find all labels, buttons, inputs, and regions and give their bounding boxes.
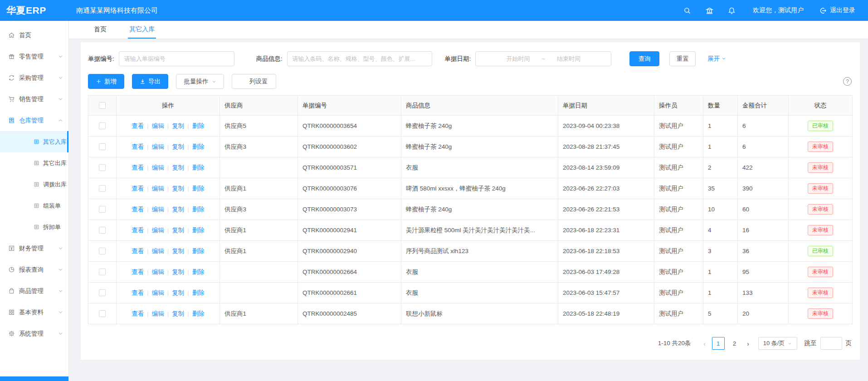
action-link-0[interactable]: 查看 [132,143,144,150]
action-link-3[interactable]: 删除 [192,227,205,234]
bell-icon[interactable] [728,7,736,15]
action-link-3[interactable]: 删除 [192,310,205,317]
sidebar-item-assembly[interactable]: 组装单 [0,195,68,216]
logout-icon [819,7,827,15]
action-link-2[interactable]: 复制 [172,248,184,254]
jump-page-input[interactable] [820,337,842,350]
action-link-0[interactable]: 查看 [132,289,144,296]
column-settings-button[interactable]: 列设置 [232,74,276,89]
action-link-1[interactable]: 编辑 [152,143,164,150]
action-link-2[interactable]: 复制 [172,164,184,171]
prev-page-button[interactable]: ‹ [699,337,710,350]
row-checkbox[interactable] [99,269,106,275]
header-operator: 操作员 [654,96,703,116]
action-link-3[interactable]: 删除 [192,164,205,171]
action-link-1[interactable]: 编辑 [152,122,164,129]
action-link-1[interactable]: 编辑 [152,164,164,171]
product-info-input[interactable] [287,51,432,66]
action-link-0[interactable]: 查看 [132,122,144,129]
action-link-3[interactable]: 删除 [192,122,205,129]
action-link-2[interactable]: 复制 [172,310,184,317]
status-badge: 已审核 [808,121,833,131]
add-button[interactable]: 新增 [88,74,124,89]
query-button[interactable]: 查询 [629,51,659,66]
row-checkbox[interactable] [99,122,106,129]
help-icon[interactable]: ? [843,77,852,86]
sidebar-item-system[interactable]: 系统管理 [0,323,68,344]
batch-actions-button[interactable]: 批量操作 [176,74,224,89]
action-link-1[interactable]: 编辑 [152,227,164,234]
page-button-1[interactable]: 1 [712,337,725,350]
action-link-3[interactable]: 删除 [192,269,205,275]
action-link-2[interactable]: 复制 [172,185,184,192]
action-link-0[interactable]: 查看 [132,227,144,234]
bank-icon[interactable] [706,7,713,15]
logout-button[interactable]: 退出登录 [819,6,855,15]
action-link-3[interactable]: 删除 [192,206,205,213]
action-link-0[interactable]: 查看 [132,269,144,275]
action-link-2[interactable]: 复制 [172,143,184,150]
row-checkbox[interactable] [99,248,106,254]
page-size-select[interactable]: 10 条/页 [758,337,797,350]
sidebar-item-warehouse[interactable]: 仓库管理 [0,110,68,131]
action-link-3[interactable]: 删除 [192,143,205,150]
action-link-0[interactable]: 查看 [132,310,144,317]
action-link-3[interactable]: 删除 [192,185,205,192]
sidebar-item-retail[interactable]: 零售管理 [0,46,68,67]
action-link-2[interactable]: 复制 [172,289,184,296]
action-link-3[interactable]: 删除 [192,289,205,296]
action-link-2[interactable]: 复制 [172,122,184,129]
sidebar-item-basic[interactable]: 基本资料 [0,302,68,323]
row-checkbox[interactable] [99,289,106,296]
sidebar-item-other-in[interactable]: 其它入库 [0,131,68,152]
tab-home[interactable]: 首页 [93,21,108,39]
next-page-button[interactable]: › [743,337,754,350]
action-link-2[interactable]: 复制 [172,227,184,234]
action-link-1[interactable]: 编辑 [152,269,164,275]
toolbar-row: 新增 导出 批量操作 列设置 ? [88,74,853,89]
row-checkbox[interactable] [99,185,106,192]
action-link-2[interactable]: 复制 [172,206,184,213]
sidebar-item-purchase[interactable]: 采购管理 [0,67,68,88]
sidebar-item-transfer-out[interactable]: 调拨出库 [0,174,68,195]
tab-other-inbound[interactable]: 其它入库 [128,21,156,39]
row-checkbox[interactable] [99,310,106,317]
cell-amount: 60 [738,199,789,220]
sidebar-item-sales[interactable]: 销售管理 [0,88,68,110]
filter-row: 单据编号: 商品信息: 单据日期: 开始时间 ~ 结束时间 查询 重置 展开 [88,51,853,66]
action-link-0[interactable]: 查看 [132,164,144,171]
select-all-checkbox[interactable] [99,102,106,109]
row-checkbox[interactable] [99,164,106,171]
sidebar-item-other-out[interactable]: 其它出库 [0,152,68,174]
sidebar-item-home[interactable]: 首页 [0,24,68,46]
search-icon[interactable] [683,7,691,15]
action-link-0[interactable]: 查看 [132,248,144,254]
action-link-3[interactable]: 删除 [192,248,205,254]
cell-amount: 95 [738,262,789,283]
date-range-input[interactable]: 开始时间 ~ 结束时间 [475,51,611,66]
plus-icon [96,78,102,84]
sidebar-item-finance[interactable]: 财务管理 [0,238,68,259]
action-link-0[interactable]: 查看 [132,185,144,192]
action-link-1[interactable]: 编辑 [152,289,164,296]
action-link-1[interactable]: 编辑 [152,206,164,213]
page-button-2[interactable]: 2 [728,337,741,350]
row-checkbox[interactable] [99,206,106,213]
reset-button[interactable]: 重置 [669,51,696,66]
expand-link[interactable]: 展开 [707,55,726,63]
action-link-1[interactable]: 编辑 [152,248,164,254]
action-link-1[interactable]: 编辑 [152,185,164,192]
action-link-1[interactable]: 编辑 [152,310,164,317]
product-info-label: 商品信息: [256,55,283,63]
row-checkbox[interactable] [99,143,106,150]
row-checkbox[interactable] [99,227,106,234]
sidebar-item-report[interactable]: 报表查询 [0,259,68,280]
action-link-2[interactable]: 复制 [172,269,184,275]
sidebar-item-disassembly[interactable]: 拆卸单 [0,216,68,238]
export-button[interactable]: 导出 [132,74,168,89]
action-separator: | [187,248,189,254]
bill-no-input[interactable] [119,51,234,66]
action-link-0[interactable]: 查看 [132,206,144,213]
sidebar-item-goods[interactable]: 商品管理 [0,280,68,302]
cell-bill-no: QTRK00000002941 [298,220,401,241]
